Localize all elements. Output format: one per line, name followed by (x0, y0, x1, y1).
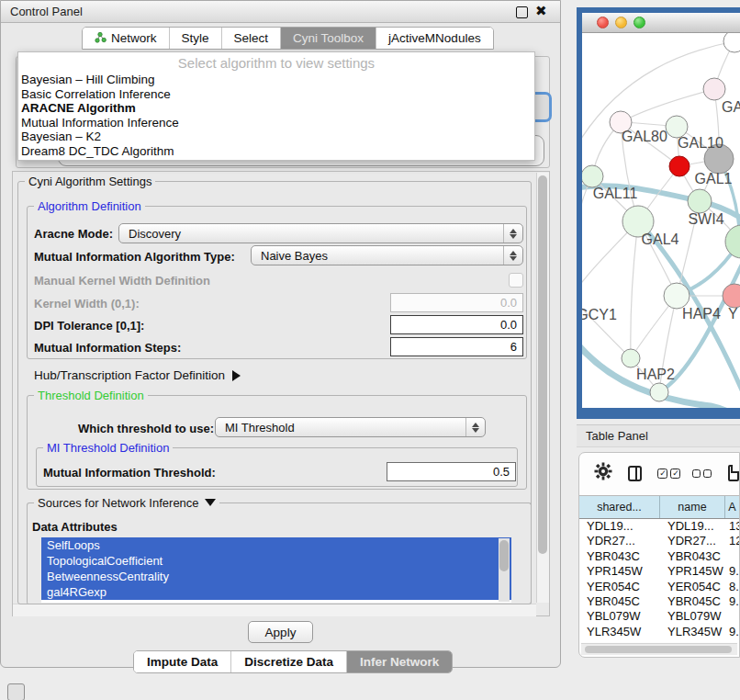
dpi-tolerance-label: DPI Tolerance [0,1]: (34, 319, 144, 333)
zoom-window-icon[interactable] (633, 17, 645, 28)
aracne-mode-select[interactable]: Discovery (118, 223, 523, 243)
column-header-partial[interactable]: A (725, 496, 739, 518)
aracne-mode-label: Aracne Mode: (34, 227, 113, 241)
which-threshold-select[interactable]: MI Threshold (215, 417, 486, 437)
export-table-icon[interactable] (728, 465, 739, 481)
attribute-item[interactable]: BetweennessCentrality (41, 569, 511, 584)
tab-label: Style (182, 31, 209, 45)
mi-type-select[interactable]: Naive Bayes (251, 245, 523, 265)
mi-type-label: Mutual Information Algorithm Type: (34, 250, 235, 264)
network-window-titlebar[interactable] (582, 13, 740, 33)
which-threshold-value: MI Threshold (216, 421, 465, 435)
kernel-width-input[interactable]: 0.0 (390, 293, 523, 312)
tab-cyni-toolbox[interactable]: Cyni Toolbox (281, 28, 376, 49)
tab-style[interactable]: Style (170, 28, 222, 49)
column-header-shared-name[interactable]: shared... (579, 496, 660, 518)
table-row[interactable]: YBR045C YBR045C 9. (579, 594, 739, 609)
cell-shared-name: YDL19... (579, 519, 660, 534)
table-row[interactable]: YIL052C YIL052C 9 (579, 639, 739, 642)
column-header-name[interactable]: name (660, 496, 725, 518)
cyni-settings-group-title: Cyni Algorithm Settings (25, 175, 155, 188)
dpi-tolerance-input[interactable]: 0.0 (390, 315, 523, 334)
table-row[interactable]: YBL079W YBL079W (579, 609, 739, 624)
apply-button[interactable]: Apply (248, 621, 313, 643)
network-node[interactable] (703, 78, 725, 100)
table-settings-gear-icon[interactable] (594, 462, 612, 484)
close-panel-icon[interactable]: ✖ (535, 3, 547, 19)
algorithm-option[interactable]: Bayesian – Hill Climbing (18, 73, 534, 87)
tab-infer-network[interactable]: Infer Network (347, 651, 452, 672)
table-row[interactable]: YER054C YER054C 8. (579, 580, 739, 594)
close-window-icon[interactable] (597, 17, 609, 28)
attribute-item[interactable]: gal4RGexp (41, 584, 511, 600)
node-label: HAP2 (636, 367, 675, 382)
sources-group-title[interactable]: Sources for Network Inference (34, 496, 219, 510)
table-row[interactable]: YDR27... YDR27... 12 (579, 534, 739, 548)
manual-kernel-checkbox[interactable] (509, 273, 523, 288)
algorithm-option[interactable]: Bayesian – K2 (18, 130, 534, 144)
table-row[interactable]: YPR145W YPR145W 9. (579, 564, 739, 579)
vertical-scrollbar-thumb[interactable] (538, 175, 547, 554)
network-node[interactable] (650, 383, 668, 401)
float-window-icon[interactable] (516, 6, 528, 18)
cell-value: 8. (725, 580, 739, 594)
table-row[interactable]: YDL19... YDL19... 13 (579, 519, 739, 534)
cell-name: YPR145W (660, 564, 725, 579)
horizontal-scrollbar[interactable] (13, 604, 536, 616)
tab-network[interactable]: Network (83, 28, 170, 49)
table-row[interactable]: YLR345W YLR345W 9. (579, 625, 739, 639)
algorithm-option-selected[interactable]: ARACNE Algorithm (18, 101, 534, 116)
list-scrollbar-thumb[interactable] (499, 540, 509, 571)
network-canvas[interactable]: GAL GAL80 GAL10 GAL1 GAL11 SWI4 GAL4 GCY… (582, 33, 740, 408)
table-panel-card: ✓✓ shared... name A YDL19... YDL19... 13… (578, 452, 740, 658)
collapse-arrow-icon (205, 499, 216, 506)
list-scrollbar[interactable] (499, 538, 510, 602)
minimize-window-icon[interactable] (615, 17, 627, 28)
algorithm-option[interactable]: Dream8 DC_TDC Algorithm (18, 144, 534, 159)
mi-threshold-input[interactable]: 0.5 (387, 462, 516, 481)
tab-impute-data[interactable]: Impute Data (134, 651, 231, 672)
hub-definition-expander[interactable]: Hub/Transcription Factor Definition (34, 368, 241, 382)
hub-definition-label: Hub/Transcription Factor Definition (34, 368, 225, 382)
cell-shared-name: YBL079W (579, 609, 660, 624)
spinner-arrows-icon (503, 246, 522, 265)
network-node-hap4[interactable] (664, 283, 690, 309)
algorithm-option[interactable]: Mutual Information Inference (18, 116, 534, 130)
table-row[interactable]: YBR043C YBR043C (579, 549, 739, 564)
tab-select[interactable]: Select (222, 28, 282, 49)
cell-value (725, 549, 739, 564)
node-label: HAP4 (682, 306, 721, 322)
network-node-gal11[interactable] (582, 165, 603, 187)
tab-jactivemnodules[interactable]: jActiveMNodules (376, 28, 493, 49)
deselect-all-columns-icon[interactable] (692, 469, 712, 478)
minimized-panel-button[interactable] (7, 683, 25, 700)
node-label: SWI4 (688, 211, 723, 227)
algorithm-option[interactable]: Basic Correlation Inference (18, 87, 534, 102)
threshold-definition-title: Threshold Definition (34, 389, 148, 402)
network-node[interactable] (723, 33, 740, 52)
vertical-scrollbar[interactable] (536, 173, 549, 603)
network-node[interactable] (723, 284, 740, 308)
aracne-mode-value: Discovery (119, 227, 503, 241)
node-label: GCY1 (582, 307, 617, 322)
network-node-hap2[interactable] (622, 349, 640, 367)
select-all-columns-icon[interactable]: ✓✓ (657, 469, 680, 479)
sources-title-text: Sources for Network Inference (38, 496, 199, 510)
network-node[interactable] (725, 225, 740, 258)
network-node-gal1-selected[interactable] (669, 156, 690, 176)
mi-steps-input[interactable]: 6 (390, 337, 523, 356)
cell-shared-name: YBR043C (579, 549, 660, 564)
table-horizontal-scrollbar[interactable] (581, 643, 737, 655)
table-horizontal-scrollbar-thumb[interactable] (585, 646, 732, 653)
tab-discretize-data[interactable]: Discretize Data (231, 651, 347, 672)
attribute-item[interactable]: SelfLoops (41, 537, 511, 553)
show-columns-icon[interactable] (628, 466, 642, 481)
node-label: GAL (722, 99, 740, 115)
cell-name: YIL052C (660, 639, 725, 642)
attribute-item[interactable]: TopologicalCoefficient (41, 553, 511, 569)
mi-threshold-label: Mutual Information Threshold: (43, 466, 216, 480)
cell-name: YLR345W (660, 625, 725, 639)
cell-value: 13 (725, 519, 739, 534)
network-node-swi4[interactable] (688, 189, 712, 213)
node-label: GAL80 (622, 129, 667, 144)
